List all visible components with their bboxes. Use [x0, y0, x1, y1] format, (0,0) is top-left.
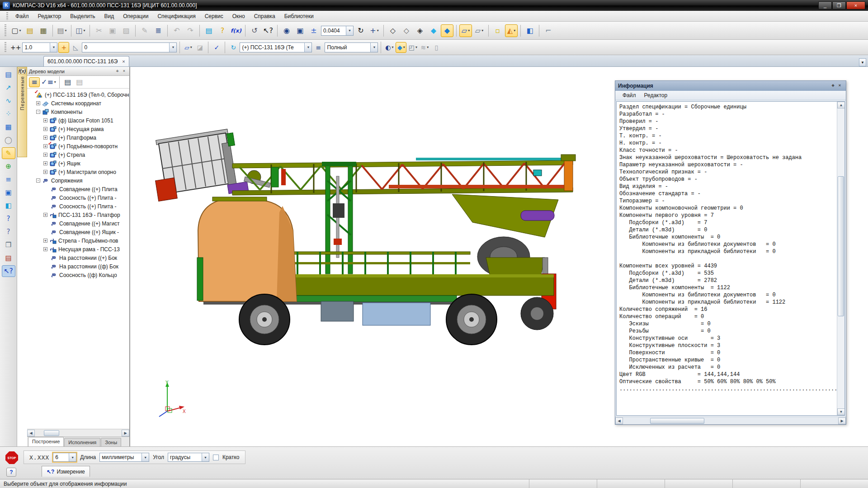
menu-item[interactable]: Сервис — [200, 12, 228, 21]
tree-expander-icon[interactable]: + — [43, 127, 47, 131]
measure-3d-button[interactable]: ▯ — [431, 42, 442, 53]
close-icon[interactable]: × — [121, 68, 127, 75]
menu-item[interactable]: Выделить — [66, 12, 99, 21]
display-mode-combo[interactable]: Полный▼ — [325, 42, 378, 52]
document-tab[interactable]: 601.00.00.000 ПСС-131 16Э × — [43, 56, 129, 66]
stop-button[interactable]: STOP — [5, 451, 18, 464]
information-window-titlebar[interactable]: Информация ⌖ × — [615, 81, 846, 91]
combo-dropdown-arrow[interactable]: ▼ — [142, 453, 149, 461]
fx-button[interactable]: f(x) — [230, 24, 242, 37]
scroll-left-icon[interactable]: ◀ — [615, 418, 623, 424]
rebuild-button[interactable]: ↻ — [228, 42, 239, 53]
tree-item[interactable]: Совпадение ((+) Ящик - — [27, 228, 129, 236]
menu-item[interactable]: Файл — [11, 12, 33, 21]
tree-tab-active[interactable]: Построение — [28, 437, 64, 446]
zoom-selected-button[interactable]: ◉ — [280, 24, 293, 37]
designations-panel-button[interactable]: ⊕ — [2, 160, 15, 172]
tree-item[interactable]: +(ф) Шасси Foton 1051 — [27, 116, 129, 125]
front-wheel[interactable] — [239, 294, 290, 345]
sketch-button[interactable]: ▱▾ — [183, 42, 193, 53]
combo-dropdown-arrow[interactable]: ▼ — [304, 43, 311, 52]
scrollbar-thumb[interactable] — [650, 418, 704, 424]
scroll-right-icon[interactable]: ▶ — [122, 430, 129, 436]
crane-library-button[interactable]: ⌐ — [542, 24, 555, 37]
tree-item[interactable]: +(+) Ящик — [27, 159, 129, 168]
tree-expander-icon[interactable]: + — [43, 239, 47, 243]
undo-manager-button[interactable]: ↺ — [248, 24, 261, 37]
tree-item[interactable]: +Стрела - Подъёмно-пов — [27, 236, 129, 245]
object-properties-button[interactable]: ≣ — [152, 24, 165, 37]
spec-panel-button[interactable]: ≡ — [2, 174, 15, 185]
tree-structure-button[interactable]: ≡ — [29, 77, 40, 87]
assembly-model-pss131[interactable] — [136, 122, 588, 352]
shaded-button[interactable]: ◆ — [427, 24, 440, 37]
new-document-button[interactable]: ▢▾ — [10, 24, 23, 37]
close-icon[interactable]: × — [836, 83, 843, 89]
tree-tab-item[interactable]: Зоны — [101, 438, 121, 446]
scroll-left-icon[interactable]: ◀ — [27, 430, 35, 436]
menu-item[interactable]: Редактор — [33, 12, 66, 21]
menu-item[interactable]: Библиотеки — [280, 12, 318, 21]
tree-item[interactable]: -Сопряжения — [27, 176, 129, 185]
tree-item[interactable]: Совпадение ((+) Магист — [27, 219, 129, 228]
information-window[interactable]: Информация ⌖ × ФайлРедактор Раздел специ… — [615, 80, 846, 425]
tree-item[interactable]: +(+) Стрела — [27, 150, 129, 159]
info-horizontal-scrollbar[interactable]: ◀ ▶ — [615, 417, 846, 424]
brief-checkbox[interactable] — [213, 455, 219, 460]
pin-icon[interactable]: ⌖ — [114, 68, 121, 75]
tree-item[interactable]: +Несущая рама - ПСС-13 — [27, 245, 129, 253]
scroll-up-icon[interactable]: ▲ — [837, 102, 845, 108]
combo-dropdown-arrow[interactable]: ▼ — [50, 43, 57, 52]
tree-expander-icon[interactable]: + — [43, 170, 47, 174]
variables-panel-tab[interactable]: f(x) Переменные — [17, 67, 27, 157]
minimize-button[interactable]: _ — [818, 1, 832, 9]
context-help-button[interactable]: ↖? — [262, 24, 274, 37]
info-vertical-scrollbar[interactable]: ▲ ▼ — [837, 102, 844, 415]
reports-panel-button[interactable]: ▣ — [2, 187, 15, 198]
rollback-bar-button[interactable]: ◐▾ — [384, 42, 395, 53]
tree-expander-icon[interactable]: - — [36, 110, 40, 114]
tree-item[interactable]: Соосность ((+) Плита - — [27, 193, 129, 202]
tree-tab-item[interactable]: Исполнения — [64, 438, 100, 446]
surfaces-panel-button[interactable]: ◯ — [2, 134, 15, 146]
rotate-view-button[interactable]: ↻ — [354, 24, 367, 37]
shaded-with-edges-button[interactable]: ◆ — [441, 24, 453, 37]
print-button[interactable]: ▤▾ — [56, 24, 68, 37]
info-cursor-button[interactable]: ↖? — [2, 265, 15, 277]
tree-item[interactable]: Соосность ((+) Плита - — [27, 202, 129, 211]
filters-panel-button[interactable]: ◧ — [2, 200, 15, 211]
tree-item[interactable]: +(+) Магистрали опорно — [27, 168, 129, 176]
preview-button[interactable]: ◫▾ — [74, 24, 87, 37]
library-panel-button[interactable]: ? — [2, 226, 15, 238]
perspective-button[interactable]: ▱▾ — [459, 24, 472, 37]
tree-item[interactable]: -Компоненты — [27, 108, 129, 116]
tree-item[interactable]: +✓(+) Подъёмно-поворотн — [27, 142, 129, 150]
tree-item[interactable]: +ПСС-131 16Э - Платфор — [27, 211, 129, 219]
scrollbar-thumb[interactable] — [838, 176, 844, 316]
wireframe-button[interactable]: ◇ — [387, 24, 399, 37]
no-perspective-button[interactable]: ▱▾ — [473, 24, 486, 37]
tree-report-button[interactable]: ▤ — [62, 77, 73, 87]
menu-item[interactable]: Редактор — [641, 91, 671, 99]
pin-icon[interactable]: ⌖ — [830, 83, 836, 89]
maximize-button[interactable]: ❐ — [832, 1, 846, 9]
points-panel-button[interactable]: ⁘ — [2, 108, 15, 120]
scroll-down-icon[interactable]: ▼ — [837, 408, 845, 415]
angle-unit-combo[interactable]: градусы ▼ — [168, 453, 209, 462]
tree-expander-icon[interactable]: + — [43, 213, 47, 217]
hidden-lines-thin-button[interactable]: ◈ — [414, 24, 426, 37]
tree-composition-button[interactable]: ✓≡▾ — [41, 77, 57, 87]
menu-item[interactable]: Операции — [118, 12, 153, 21]
sketch-panel-button[interactable]: ↗ — [2, 82, 15, 94]
close-button[interactable]: × — [846, 1, 865, 9]
shaded-component-button[interactable]: ◆▾ — [396, 42, 406, 53]
precision-combo[interactable]: 6 ▼ — [53, 453, 76, 462]
tree-expander-icon[interactable]: + — [36, 101, 40, 105]
tree-item[interactable]: +Системы координат — [27, 99, 129, 108]
current-component-combo[interactable]: (+) ПСС-131 16Э (Те▼ — [240, 42, 312, 52]
help-button[interactable]: ? — [6, 468, 16, 477]
menu-item[interactable]: Спецификация — [153, 12, 200, 21]
exploded-view-button[interactable]: ≋▾ — [419, 42, 430, 53]
tree-horizontal-scrollbar[interactable]: ◀ ▶ — [27, 429, 129, 436]
step-combo[interactable]: 1.0▼ — [22, 42, 57, 52]
